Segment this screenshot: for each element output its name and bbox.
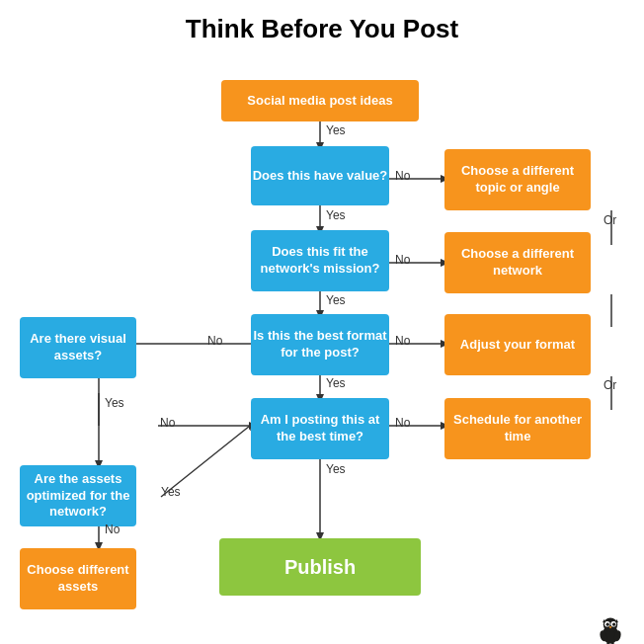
label-or-2: Or	[604, 378, 616, 392]
svg-point-36	[606, 623, 609, 626]
label-no-4: No	[395, 416, 410, 430]
label-yes-1: Yes	[326, 123, 346, 137]
node-schedule-time: Schedule for another time	[444, 398, 591, 459]
node-adjust-format: Adjust your format	[444, 314, 591, 375]
label-yes-7: Yes	[161, 485, 181, 499]
node-social-media: Social media post ideas	[221, 80, 419, 121]
node-different-network: Choose a different network	[444, 232, 591, 293]
page-title: Think Before You Post	[0, 0, 644, 52]
node-different-assets: Choose different assets	[20, 548, 136, 609]
node-visual-assets: Are there visual assets?	[20, 317, 136, 378]
label-yes-3: Yes	[326, 293, 346, 307]
label-yes-5: Yes	[326, 462, 346, 476]
node-fits-network: Does this fit the network's mission?	[251, 230, 389, 291]
label-no-1: No	[395, 169, 410, 183]
node-assets-optimized: Are the assets optimized for the network…	[20, 465, 136, 526]
node-best-time: Am I posting this at the best time?	[251, 398, 389, 459]
flowchart: Social media post ideas Does this have v…	[0, 52, 644, 644]
label-or-1: Or	[604, 213, 616, 227]
svg-point-37	[612, 623, 615, 626]
node-different-topic: Choose a different topic or angle	[444, 149, 591, 210]
node-has-value: Does this have value?	[251, 146, 389, 205]
label-no-6: No	[160, 416, 175, 430]
label-no-5: No	[207, 334, 222, 348]
node-publish: Publish	[219, 538, 421, 596]
label-yes-4: Yes	[326, 376, 346, 390]
hootsuite-logo	[595, 615, 626, 644]
label-no-3: No	[395, 334, 410, 348]
label-yes-2: Yes	[326, 208, 346, 222]
label-no-7: No	[105, 523, 120, 536]
label-no-2: No	[395, 253, 410, 267]
node-best-format: Is this the best format for the post?	[251, 314, 389, 375]
label-yes-6: Yes	[105, 396, 124, 410]
